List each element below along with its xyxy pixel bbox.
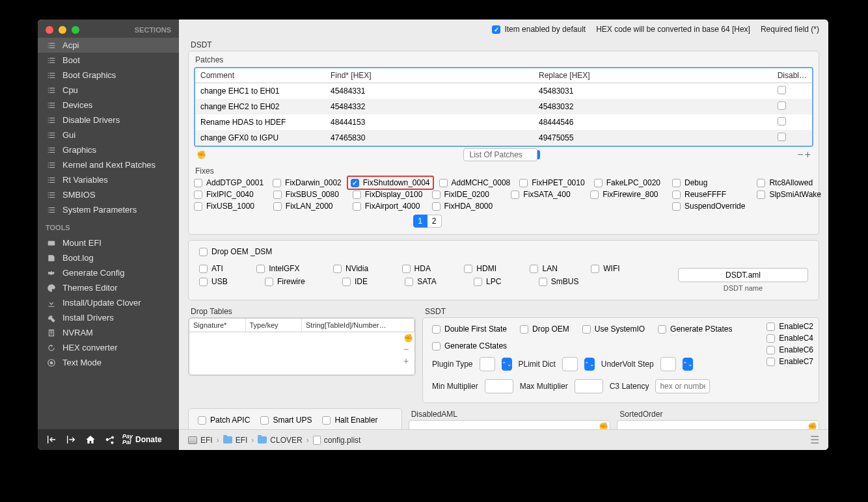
sidebar-item-rt-variables[interactable]: Rt Variables — [38, 172, 179, 187]
share-icon[interactable] — [103, 432, 117, 447]
option-checkbox[interactable] — [530, 265, 538, 273]
enable-c-checkbox[interactable] — [766, 334, 775, 343]
fix-checkbox[interactable] — [351, 179, 359, 187]
option-checkbox[interactable] — [199, 265, 208, 273]
option-checkbox[interactable] — [265, 278, 273, 286]
tool-item-install-drivers[interactable]: Install Drivers — [38, 310, 179, 325]
option-sata[interactable]: SATA — [405, 277, 459, 286]
option-checkbox[interactable] — [402, 265, 411, 273]
option-ati[interactable]: ATI — [199, 264, 242, 273]
option-intelgfx[interactable]: IntelGFX — [256, 264, 319, 273]
sidebar-item-boot-graphics[interactable]: Boot Graphics — [38, 68, 179, 83]
ssdt-check-double-first-state[interactable]: Double First State — [432, 324, 507, 334]
fix-checkbox[interactable] — [519, 179, 528, 187]
sidebar-item-boot[interactable]: Boot — [38, 53, 179, 68]
fix-checkbox[interactable] — [194, 179, 202, 187]
tool-item-text-mode[interactable]: Text Mode — [38, 355, 179, 370]
option-lan[interactable]: LAN — [530, 264, 576, 273]
fix-checkbox[interactable] — [672, 179, 681, 187]
ssdt-checkbox[interactable] — [432, 342, 441, 350]
donate-button[interactable]: PayPal Donate — [122, 434, 162, 445]
fix-checkbox[interactable] — [273, 202, 282, 211]
ssdt-check-drop-oem[interactable]: Drop OEM — [520, 324, 569, 334]
c3-latency-input[interactable] — [655, 379, 710, 393]
misc-checkbox[interactable] — [322, 416, 331, 425]
option-checkbox[interactable] — [539, 278, 547, 286]
fix-fixsbus_0080[interactable]: FixSBUS_0080 — [273, 190, 344, 199]
option-checkbox[interactable] — [591, 265, 599, 273]
list-of-patches-select[interactable]: List Of Patches — [463, 148, 537, 161]
fix-checkbox[interactable] — [353, 202, 361, 211]
export-icon[interactable] — [64, 432, 78, 447]
sidebar-item-kernel-and-kext-patches[interactable]: Kernel and Kext Patches — [38, 157, 179, 172]
fix-checkbox[interactable] — [672, 191, 681, 199]
option-lpc[interactable]: LPC — [474, 277, 524, 286]
ssdt-checkbox[interactable] — [582, 325, 591, 334]
enable-c-checkbox[interactable] — [766, 358, 775, 366]
fix-slpsmiatwake[interactable]: SlpSmiAtWake — [757, 190, 821, 199]
drag-handle-icon[interactable]: ✊ — [403, 334, 413, 343]
fix-checkbox[interactable] — [757, 179, 765, 187]
enable-c-checkbox[interactable] — [766, 346, 775, 354]
tool-item-nvram[interactable]: NVRAM — [38, 325, 179, 340]
patches-table[interactable]: CommentFind* [HEX]Replace [HEX]Disabl… c… — [194, 67, 813, 147]
option-checkbox[interactable] — [256, 265, 265, 273]
sidebar-item-graphics[interactable]: Graphics — [38, 142, 179, 157]
fix-fixshutdown_0004[interactable]: FixShutdown_0004 — [347, 176, 434, 190]
fix-debug[interactable]: Debug — [672, 178, 745, 187]
undervolt-input[interactable] — [660, 357, 676, 371]
tool-item-generate-config[interactable]: Generate Config — [38, 265, 179, 280]
remove-drop-table-button[interactable]: − — [403, 344, 413, 354]
fix-fixdisplay_0100[interactable]: FixDisplay_0100 — [353, 190, 423, 199]
misc-smart-ups[interactable]: Smart UPS — [260, 416, 312, 425]
option-smbus[interactable]: SmBUS — [539, 277, 602, 286]
page-2-button[interactable]: 2 — [427, 215, 442, 228]
chevron-up-down-icon[interactable]: ⌃⌄ — [683, 358, 693, 371]
fix-fixhpet_0010[interactable]: FixHPET_0010 — [519, 178, 584, 187]
ssdt-checkbox[interactable] — [520, 325, 528, 334]
ssdt-check-generate-cstates[interactable]: Generate CStates — [432, 341, 507, 350]
page-1-button[interactable]: 1 — [413, 215, 427, 228]
disable-patch-checkbox[interactable] — [778, 101, 786, 110]
fix-fixipic_0040[interactable]: FixIPIC_0040 — [194, 190, 264, 199]
drag-handle-icon[interactable]: ✊ — [197, 150, 206, 159]
fix-checkbox[interactable] — [757, 191, 765, 199]
drag-handle-icon[interactable]: ✊ — [599, 422, 608, 429]
plugin-type-input[interactable] — [480, 357, 495, 371]
fix-fixusb_1000[interactable]: FixUSB_1000 — [194, 202, 264, 211]
ssdt-checkbox[interactable] — [658, 325, 666, 334]
fix-checkbox[interactable] — [590, 191, 599, 199]
minimize-window-button[interactable] — [59, 26, 66, 34]
sidebar-item-gui[interactable]: Gui — [38, 127, 179, 142]
max-multiplier-input[interactable] — [575, 379, 603, 393]
enable-c-checkbox[interactable] — [766, 323, 775, 331]
close-window-button[interactable] — [46, 26, 53, 34]
fix-addmchc_0008[interactable]: AddMCHC_0008 — [439, 178, 511, 187]
sidebar-item-disable-drivers[interactable]: Disable Drivers — [38, 112, 179, 127]
fix-reuseffff[interactable]: ReuseFFFF — [672, 190, 745, 199]
sidebar-item-smbios[interactable]: SMBIOS — [38, 187, 179, 202]
patch-row[interactable]: change EHC2 to EH024548433245483032 — [195, 99, 812, 114]
ssdt-enablec4[interactable]: EnableC4 — [766, 334, 813, 343]
option-nvidia[interactable]: NVidia — [333, 264, 388, 273]
ssdt-enablec7[interactable]: EnableC7 — [766, 357, 813, 366]
option-wifi[interactable]: WIFI — [591, 264, 639, 273]
tool-item-install-update-clover[interactable]: Install/Update Clover — [38, 295, 179, 310]
disabled-aml-list[interactable]: ✊ − + — [409, 420, 611, 429]
patch-row[interactable]: change GFX0 to IGPU4746583049475055 — [195, 130, 812, 146]
patch-row[interactable]: change EHC1 to EH014548433145483031 — [195, 83, 812, 99]
option-checkbox[interactable] — [464, 265, 472, 273]
maximize-window-button[interactable] — [72, 26, 79, 34]
fix-fixsata_400[interactable]: FixSATA_400 — [511, 190, 581, 199]
sidebar-item-acpi[interactable]: Acpi — [38, 38, 179, 53]
fix-checkbox[interactable] — [194, 202, 202, 211]
fix-fixlan_2000[interactable]: FixLAN_2000 — [273, 202, 344, 211]
fix-checkbox[interactable] — [273, 179, 281, 187]
fix-checkbox[interactable] — [353, 191, 361, 199]
fix-checkbox[interactable] — [432, 202, 441, 211]
fix-checkbox[interactable] — [273, 191, 282, 199]
ssdt-checkbox[interactable] — [432, 325, 441, 334]
option-hdmi[interactable]: HDMI — [464, 264, 515, 273]
option-checkbox[interactable] — [199, 278, 208, 286]
misc-halt-enabler[interactable]: Halt Enabler — [322, 416, 377, 425]
